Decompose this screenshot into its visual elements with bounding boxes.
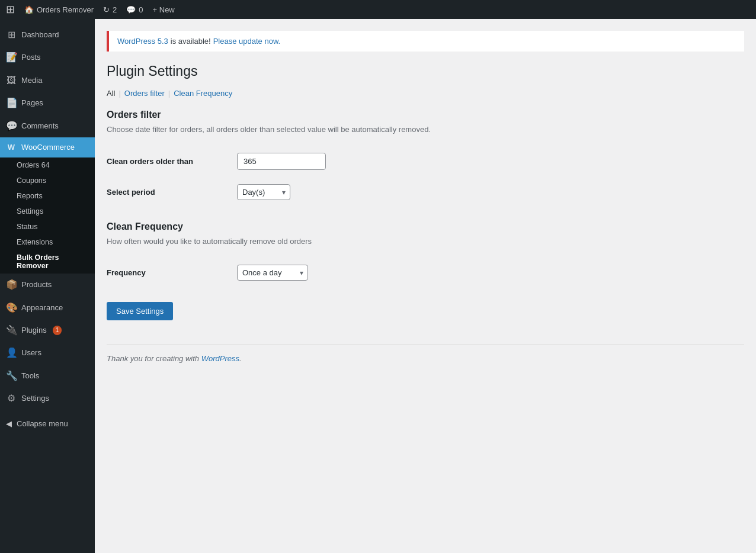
frequency-row: Frequency Once a day Twice a day Once a … [107, 258, 744, 288]
sidebar-subitem-status[interactable]: Status [0, 219, 95, 234]
tab-all[interactable]: All [107, 89, 115, 98]
sidebar-item-woocommerce[interactable]: W WooCommerce [0, 137, 95, 157]
tools-icon: 🔧 [6, 369, 17, 382]
users-icon: 👤 [6, 346, 17, 359]
select-period-row: Select period Day(s) Week(s) Month(s) Ye… [107, 177, 744, 207]
footer-wp-link[interactable]: WordPress [201, 354, 239, 363]
frequency-select[interactable]: Once a day Twice a day Once a week Once … [237, 265, 308, 281]
tab-clean-frequency[interactable]: Clean Frequency [174, 89, 232, 98]
main-content: WordPress 5.3 is available! Please updat… [95, 19, 756, 553]
media-icon: 🖼 [6, 74, 17, 87]
sidebar-subitem-settings-woo[interactable]: Settings [0, 204, 95, 219]
frequency-select-wrap: Once a day Twice a day Once a week Once … [237, 265, 308, 281]
woo-submenu: Orders 64 Coupons Reports Settings Statu… [0, 157, 95, 274]
comments-icon: 💬 [126, 5, 136, 14]
home-icon: 🏠 [24, 5, 34, 14]
page-title: Plugin Settings [107, 63, 744, 79]
sidebar-subitem-reports[interactable]: Reports [0, 188, 95, 204]
sidebar-subitem-coupons[interactable]: Coupons [0, 173, 95, 188]
frequency-label: Frequency [107, 258, 237, 288]
updates-icon: ↻ [103, 5, 110, 14]
notice-wp-link[interactable]: WordPress 5.3 [117, 37, 168, 46]
products-icon: 📦 [6, 278, 17, 291]
period-select[interactable]: Day(s) Week(s) Month(s) Year(s) [237, 184, 290, 200]
sidebar-subitem-bulk-orders-remover[interactable]: Bulk Orders Remover [0, 250, 95, 274]
sidebar-item-plugins[interactable]: 🔌 Plugins 1 [0, 319, 95, 342]
sidebar-item-pages[interactable]: 📄 Pages [0, 92, 95, 114]
updates-item[interactable]: ↻ 2 [103, 5, 117, 14]
sidebar: ⊞ Dashboard 📝 Posts 🖼 Media 📄 Pages 💬 Co… [0, 19, 95, 553]
orders-filter-table: Clean orders older than Select period Da… [107, 146, 744, 207]
plugins-icon: 🔌 [6, 324, 17, 337]
comments-item[interactable]: 💬 0 [126, 5, 143, 14]
pages-icon: 📄 [6, 97, 17, 110]
select-period-label: Select period [107, 177, 237, 207]
layout: ⊞ Dashboard 📝 Posts 🖼 Media 📄 Pages 💬 Co… [0, 19, 756, 553]
sidebar-item-comments[interactable]: 💬 Comments [0, 115, 95, 137]
new-item[interactable]: + New [153, 5, 175, 14]
clean-orders-row: Clean orders older than [107, 146, 744, 177]
sidebar-subitem-orders[interactable]: Orders 64 [0, 157, 95, 173]
clean-frequency-table: Frequency Once a day Twice a day Once a … [107, 258, 744, 288]
admin-bar: ⊞ 🏠 Orders Remover ↻ 2 💬 0 + New [0, 0, 756, 19]
sidebar-item-posts[interactable]: 📝 Posts [0, 46, 95, 69]
clean-orders-label: Clean orders older than [107, 146, 237, 177]
page-footer: Thank you for creating with WordPress. [107, 344, 744, 363]
appearance-icon: 🎨 [6, 301, 17, 314]
clean-frequency-desc: How often would you like to automaticall… [107, 237, 744, 246]
orders-filter-title: Orders filter [107, 110, 744, 120]
orders-badge: 64 [41, 161, 50, 169]
woo-icon: W [6, 142, 17, 153]
tab-links: All | Orders filter | Clean Frequency [107, 89, 744, 98]
comments-sidebar-icon: 💬 [6, 120, 17, 133]
update-notice: WordPress 5.3 is available! Please updat… [107, 31, 744, 52]
sidebar-item-products[interactable]: 📦 Products [0, 274, 95, 296]
clean-orders-input[interactable] [237, 153, 326, 170]
collapse-menu[interactable]: ◀ Collapse menu [0, 414, 95, 433]
sidebar-item-settings[interactable]: ⚙ Settings [0, 387, 95, 410]
orders-filter-desc: Choose date filter for orders, all order… [107, 125, 744, 134]
sidebar-subitem-extensions[interactable]: Extensions [0, 234, 95, 250]
posts-icon: 📝 [6, 51, 17, 64]
clean-frequency-title: Clean Frequency [107, 221, 744, 232]
sidebar-item-users[interactable]: 👤 Users [0, 342, 95, 364]
dashboard-icon: ⊞ [6, 28, 17, 41]
sidebar-item-appearance[interactable]: 🎨 Appearance [0, 297, 95, 319]
save-settings-button[interactable]: Save Settings [107, 302, 173, 320]
tab-orders-filter[interactable]: Orders filter [124, 89, 165, 98]
settings-icon: ⚙ [6, 392, 17, 405]
sidebar-item-tools[interactable]: 🔧 Tools [0, 365, 95, 387]
plugins-badge: 1 [53, 326, 62, 335]
sidebar-item-dashboard[interactable]: ⊞ Dashboard [0, 24, 95, 46]
sidebar-item-media[interactable]: 🖼 Media [0, 69, 95, 92]
site-name[interactable]: 🏠 Orders Remover [24, 5, 94, 14]
notice-update-link[interactable]: Please update now. [213, 37, 280, 46]
collapse-icon: ◀ [6, 419, 12, 428]
wp-logo-icon[interactable]: ⊞ [6, 3, 15, 16]
period-select-wrap: Day(s) Week(s) Month(s) Year(s) [237, 184, 290, 200]
